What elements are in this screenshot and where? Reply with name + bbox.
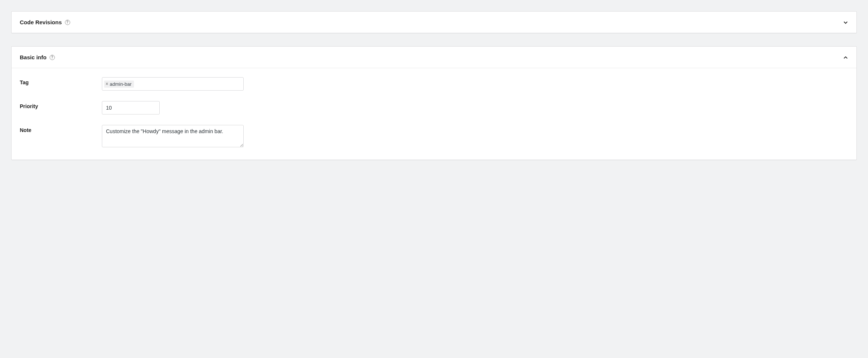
basic-info-header[interactable]: Basic info ? [12, 47, 856, 68]
note-row: Note [20, 125, 848, 148]
chevron-up-icon [843, 55, 848, 60]
tag-chip-label: admin-bar [110, 81, 132, 87]
tag-chip: × admin-bar [104, 81, 134, 88]
tag-row: Tag × admin-bar [20, 77, 848, 91]
close-icon[interactable]: × [106, 82, 108, 86]
basic-info-title: Basic info [20, 54, 47, 60]
chevron-down-icon [843, 20, 848, 25]
help-icon[interactable]: ? [65, 20, 70, 25]
priority-row: Priority [20, 101, 848, 114]
priority-input[interactable] [102, 101, 160, 114]
priority-label: Priority [20, 101, 102, 109]
note-label: Note [20, 125, 102, 133]
help-icon[interactable]: ? [50, 55, 55, 60]
note-textarea[interactable] [102, 125, 244, 147]
code-revisions-title: Code Revisions [20, 19, 62, 25]
code-revisions-header[interactable]: Code Revisions ? [12, 12, 856, 33]
panel-header-title-group: Code Revisions ? [20, 19, 70, 25]
basic-info-body: Tag × admin-bar Priority Note [12, 68, 856, 160]
tag-label: Tag [20, 77, 102, 85]
tag-input[interactable]: × admin-bar [102, 77, 244, 91]
panel-header-title-group: Basic info ? [20, 54, 55, 60]
basic-info-panel: Basic info ? Tag × admin-bar Priority [11, 46, 857, 160]
code-revisions-panel: Code Revisions ? [11, 11, 857, 33]
